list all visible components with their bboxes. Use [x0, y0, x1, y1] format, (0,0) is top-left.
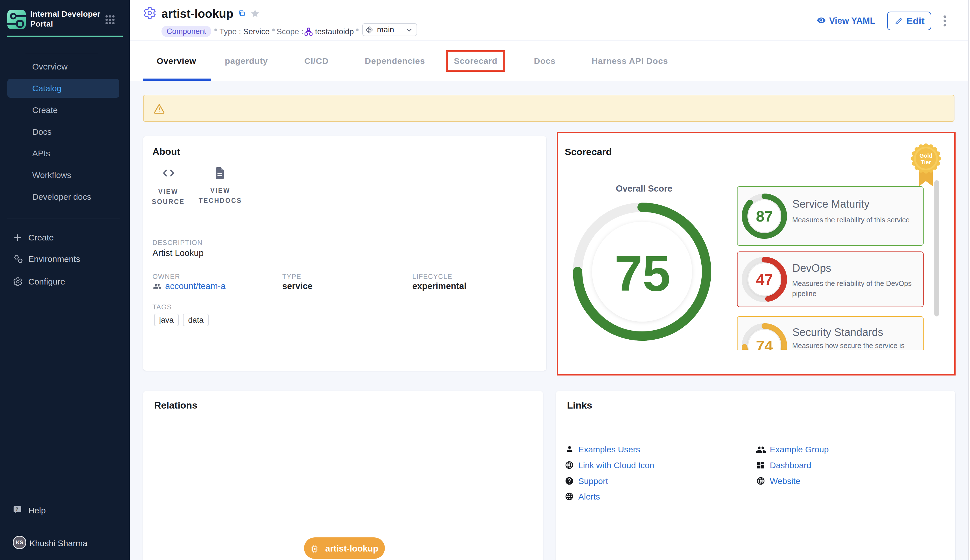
svg-text:75: 75 [614, 245, 671, 302]
svg-text:Tier: Tier [921, 159, 931, 165]
svg-text:Gold: Gold [919, 153, 932, 159]
svg-text:87: 87 [756, 208, 773, 225]
svg-text:?: ? [15, 507, 18, 512]
svg-text:47: 47 [756, 271, 773, 288]
